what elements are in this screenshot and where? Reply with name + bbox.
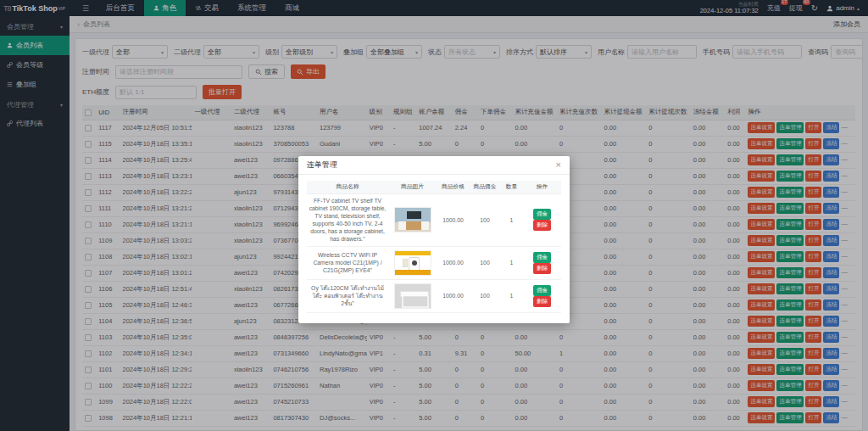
camera-device bbox=[409, 257, 420, 271]
product-commission-cell: 100 bbox=[470, 246, 500, 279]
product-qty-cell: 1 bbox=[500, 193, 523, 246]
product-commission-cell: 100 bbox=[470, 193, 500, 246]
modal-column-header: 商品名称 bbox=[307, 181, 388, 193]
product-image-tv-cabinet bbox=[394, 207, 431, 232]
product-price-cell: 1000.00 bbox=[437, 246, 470, 279]
modal-title: 连单管理 bbox=[307, 160, 337, 171]
product-image-cell bbox=[388, 246, 437, 279]
product-name-cell: Oy โต๊ะ120CM โต๊ะทำงานไม้ โต๊ะ คอมพิวเตอ… bbox=[307, 279, 388, 312]
product-row: Wireless CCTV WiFi IP Camera model C21(1… bbox=[307, 246, 561, 279]
product-actions-cell: 佣金删除 bbox=[523, 279, 561, 312]
modal-table-head: 商品名称商品图片商品价格商品佣金数量操作 bbox=[307, 181, 561, 193]
delete-button[interactable]: 删除 bbox=[533, 296, 551, 307]
modal-column-header: 商品图片 bbox=[388, 181, 437, 193]
product-name: Wireless CCTV WiFi IP Camera model C21(1… bbox=[309, 251, 387, 275]
close-icon[interactable]: × bbox=[556, 160, 561, 170]
product-row: Oy โต๊ะ120CM โต๊ะทำงานไม้ โต๊ะ คอมพิวเตอ… bbox=[307, 279, 561, 312]
commission-button[interactable]: 佣金 bbox=[533, 252, 551, 263]
modal-header-row: 商品名称商品图片商品价格商品佣金数量操作 bbox=[307, 181, 561, 193]
product-price-cell: 1000.00 bbox=[437, 193, 470, 246]
product-actions-cell: 佣金删除 bbox=[523, 246, 561, 279]
modal-header: 连单管理 × bbox=[298, 156, 570, 175]
modal-column-header: 商品价格 bbox=[437, 181, 470, 193]
modal-column-header: 数量 bbox=[500, 181, 523, 193]
product-qty-cell: 1 bbox=[500, 279, 523, 312]
modal-column-header: 商品佣金 bbox=[470, 181, 500, 193]
chain-order-modal: 连单管理 × 商品名称商品图片商品价格商品佣金数量操作FF-TV cabinet… bbox=[298, 156, 570, 323]
product-name: Oy โต๊ะ120CM โต๊ะทำงานไม้ โต๊ะ คอมพิวเตอ… bbox=[309, 284, 387, 308]
product-price-cell: 1000.00 bbox=[437, 279, 470, 312]
modal-column-header: 操作 bbox=[523, 181, 561, 193]
product-row: FF-TV cabinet TV shelf TV cabinet 190CM,… bbox=[307, 193, 561, 246]
commission-button[interactable]: 佣金 bbox=[533, 209, 551, 220]
modal-body: 商品名称商品图片商品价格商品佣金数量操作FF-TV cabinet TV she… bbox=[298, 175, 570, 323]
product-name-cell: FF-TV cabinet TV shelf TV cabinet 190CM,… bbox=[307, 193, 388, 246]
product-commission-cell: 100 bbox=[470, 279, 500, 312]
commission-button[interactable]: 佣金 bbox=[533, 285, 551, 296]
camera-accessory bbox=[403, 259, 408, 267]
product-image-cell bbox=[388, 193, 437, 246]
product-actions-cell: 佣金删除 bbox=[523, 193, 561, 246]
product-image-desk bbox=[394, 283, 431, 309]
product-image-cell bbox=[388, 279, 437, 312]
delete-button[interactable]: 删除 bbox=[533, 263, 551, 274]
product-image-camera bbox=[394, 250, 431, 276]
delete-button[interactable]: 删除 bbox=[533, 220, 551, 231]
product-table: 商品名称商品图片商品价格商品佣金数量操作FF-TV cabinet TV she… bbox=[307, 181, 561, 313]
modal-table-body: FF-TV cabinet TV shelf TV cabinet 190CM,… bbox=[307, 193, 561, 312]
product-name-cell: Wireless CCTV WiFi IP Camera model C21(1… bbox=[307, 246, 388, 279]
product-name: FF-TV cabinet TV shelf TV cabinet 190CM,… bbox=[309, 197, 387, 243]
product-qty-cell: 1 bbox=[500, 246, 523, 279]
